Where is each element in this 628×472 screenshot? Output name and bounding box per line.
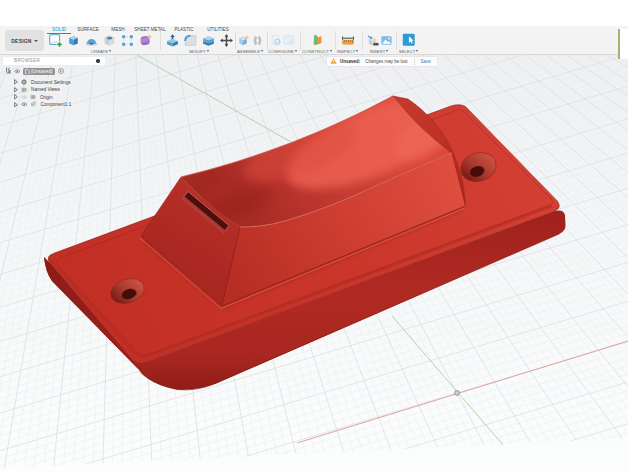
expand-icon[interactable] (14, 79, 18, 85)
ribbon-group-create: CREATE (46, 33, 156, 54)
browser-row-origin[interactable]: Origin (14, 94, 55, 101)
origin-icon (30, 94, 36, 100)
browser-header[interactable]: BROWSER (2, 56, 106, 66)
unsaved-label: Unsaved: (340, 59, 360, 64)
ribbon-separator (267, 31, 268, 50)
eye-off-icon[interactable] (21, 95, 28, 100)
eye-icon[interactable] (21, 102, 28, 107)
configure-icon[interactable] (269, 33, 283, 47)
named-views-icon (21, 87, 27, 93)
expand-icon[interactable] (14, 102, 18, 108)
chevron-down-icon (386, 50, 388, 52)
ribbon-group-select: SELECT (401, 33, 416, 54)
component-icon (30, 101, 37, 108)
document-icon (25, 69, 30, 75)
origin-marker (455, 391, 460, 396)
side-panel-edge (618, 29, 628, 59)
select-icon[interactable] (402, 33, 416, 47)
construction-plane-icon[interactable] (310, 33, 324, 47)
tree-item-label: Document Settings (29, 79, 73, 86)
chevron-down-icon (109, 50, 111, 52)
ribbon-separator (335, 31, 336, 50)
ribbon-separator (300, 31, 301, 50)
ribbon-separator (160, 31, 161, 50)
expand-icon[interactable] (14, 87, 18, 93)
new-component-icon[interactable] (236, 33, 250, 47)
browser-row-document[interactable]: (Unsaved) (6, 68, 64, 76)
warning-icon (330, 58, 337, 64)
collapse-panel-icon[interactable] (6, 58, 11, 63)
unsaved-changes-toast: Unsaved: Changes may be lost Save (326, 56, 438, 67)
toolbar-ribbon: DESIGN SOLID SURFACE MESH SHEET METAL PL… (0, 26, 628, 55)
tree-item-label: Origin (38, 94, 55, 101)
browser-row-document-settings[interactable]: Document Settings (14, 79, 73, 86)
ribbon-separator (396, 31, 397, 50)
hole-icon[interactable] (100, 33, 118, 47)
save-button[interactable]: Save (418, 58, 434, 65)
extrude-icon[interactable] (64, 33, 82, 47)
ribbon-group-insert: INSERT (365, 33, 393, 54)
eye-icon[interactable] (14, 69, 21, 74)
viewport-canvas[interactable] (0, 0, 628, 472)
toast-separator (414, 58, 415, 65)
chevron-down-icon (207, 50, 209, 52)
ribbon-group-configure: CONFIGURE (269, 33, 296, 54)
fillet-icon[interactable] (181, 33, 199, 47)
unsaved-message: Changes may be lost (365, 59, 407, 64)
pattern-icon[interactable] (118, 33, 136, 47)
expand-icon[interactable] (14, 94, 18, 100)
tree-item-label: Component1:1 (39, 101, 74, 108)
gear-icon (21, 79, 27, 85)
ribbon-separator (362, 31, 363, 50)
units-icon (6, 69, 11, 74)
expand-document-icon[interactable] (58, 68, 64, 74)
ribbon-group-construct: CONSTRUCT (305, 33, 329, 54)
ribbon-group-modify: MODIFY (163, 33, 235, 54)
display-settings-dot-icon[interactable] (96, 59, 100, 63)
move-icon[interactable] (217, 33, 235, 47)
browser-panel: BROWSER (Unsaved) Document Settings Name… (2, 56, 106, 66)
browser-title: BROWSER (14, 58, 96, 63)
group-label-select[interactable]: SELECT (391, 49, 426, 54)
revolve-icon[interactable] (82, 33, 100, 47)
tree-item-label: Named Views (29, 86, 62, 93)
workspace-switcher-label: DESIGN (11, 38, 31, 44)
measure-icon[interactable] (341, 33, 355, 47)
application-bar (0, 0, 628, 26)
ribbon-group-inspect: INSPECT (339, 33, 356, 54)
press-pull-icon[interactable] (163, 33, 181, 47)
create-sketch-icon[interactable] (46, 33, 64, 47)
shell-icon[interactable] (199, 33, 217, 47)
joint-icon[interactable] (250, 33, 264, 47)
create-form-icon[interactable] (136, 33, 154, 47)
browser-row-named-views[interactable]: Named Views (14, 86, 62, 93)
group-label-create[interactable]: CREATE (36, 49, 166, 54)
insert-derive-icon[interactable] (365, 33, 379, 47)
document-name: (Unsaved) (31, 69, 53, 74)
insert-canvas-icon[interactable] (379, 33, 393, 47)
configuration-table-icon[interactable] (283, 33, 297, 47)
chevron-down-icon (34, 40, 38, 42)
browser-row-component[interactable]: Component1:1 (14, 101, 73, 108)
chevron-down-icon (416, 50, 418, 52)
